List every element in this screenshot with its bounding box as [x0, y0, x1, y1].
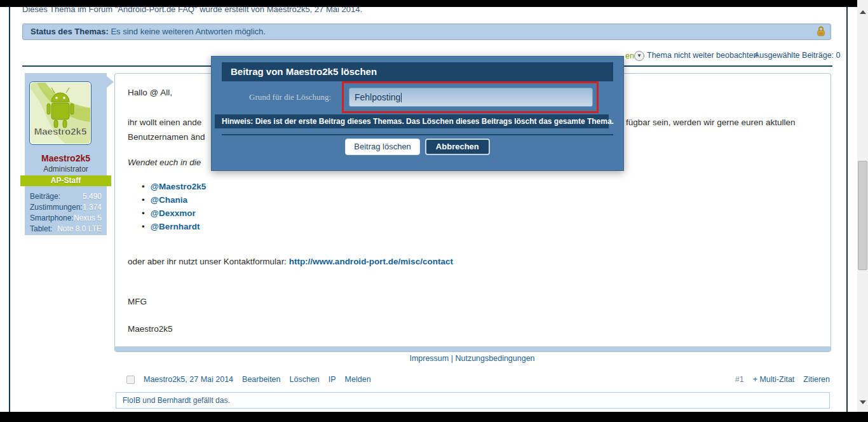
- likes-bar: FloIB und Bernhardt gefällt das.: [116, 392, 830, 409]
- ip-link[interactable]: IP: [329, 375, 336, 384]
- post-checkbox[interactable]: [126, 376, 135, 384]
- page-right-border: [846, 7, 848, 412]
- delete-post-dialog: Beitrag von Maestro2k5 löschen Grund für…: [211, 56, 624, 171]
- post-paragraph-right: fügbar sein, werden wir gerne euren aktu…: [626, 118, 795, 127]
- mention-row: •@Bernhardt: [142, 220, 206, 233]
- chevron-down-icon[interactable]: ▼: [634, 51, 644, 61]
- message-arrow: [107, 76, 114, 88]
- scroll-up-arrow-icon[interactable]: [860, 10, 866, 14]
- post-signoff: MFG: [128, 297, 147, 306]
- bullet: •: [142, 182, 145, 191]
- contact-line: oder aber ihr nutzt unser Kontaktformula…: [128, 257, 453, 266]
- reason-value: Fehlposting: [355, 92, 400, 102]
- dialog-hint: Hinweis: Dies ist der erste Beitrag dies…: [215, 114, 609, 128]
- post-controls-right: #1 + Multi-Zitat Zitieren: [661, 375, 830, 384]
- stat-label: Zustimmungen:: [30, 202, 83, 213]
- mention-link[interactable]: @Bernhardt: [151, 222, 200, 231]
- status-text: Es sind keine weiteren Antworten möglich…: [109, 27, 266, 36]
- avatar[interactable]: Maestro2k5: [29, 81, 92, 145]
- username-link[interactable]: Maestro2k5: [25, 153, 107, 163]
- status-label: Status des Themas:: [31, 27, 109, 36]
- mention-row: •@Chania: [142, 193, 206, 207]
- stat-value: 5.490: [83, 191, 102, 202]
- mention-link[interactable]: @Dexxmor: [151, 208, 196, 218]
- reason-label: Grund für die Löschung:: [212, 92, 331, 102]
- bullet: •: [142, 195, 145, 205]
- contact-link[interactable]: http://www.android-port.de/misc/contact: [289, 257, 453, 266]
- text-cursor: [401, 93, 402, 102]
- contact-text: oder aber ihr nutzt unser Kontaktformula…: [128, 257, 289, 266]
- bottom-black-bar: [0, 412, 868, 422]
- page-footer: Impressum | Nutzungsbedingungen: [114, 354, 830, 363]
- stat-value: Nexus 5: [74, 213, 102, 224]
- user-stats: Beiträge:5.490 Zustimmungen:1.374 Smartp…: [25, 191, 107, 235]
- scroll-down-arrow-icon[interactable]: [860, 400, 866, 404]
- post-number[interactable]: #1: [735, 375, 744, 384]
- quote-link[interactable]: Zitieren: [803, 375, 830, 384]
- stat-label: Tablet:: [30, 224, 52, 235]
- scrollbar-thumb[interactable]: [858, 161, 867, 270]
- report-link[interactable]: Melden: [345, 375, 371, 384]
- post-controls: Maestro2k5, 27 Mai 2014 Bearbeiten Lösch…: [126, 375, 371, 384]
- author-date-link[interactable]: Maestro2k5, 27 Mai 2014: [144, 375, 233, 384]
- delete-link[interactable]: Löschen: [290, 375, 320, 384]
- post-signature: Maestro2k5: [128, 324, 173, 334]
- post-paragraph-line2: Benutzernamen änd: [128, 132, 205, 142]
- edit-link[interactable]: Bearbeiten: [242, 375, 280, 384]
- stat-value: 1.374: [83, 202, 102, 213]
- stat-label: Smartphone:: [30, 213, 74, 224]
- mention-list: •@Maestro2k5 •@Chania •@Dexxmor •@Bernha…: [142, 180, 206, 233]
- multi-quote-link[interactable]: + Multi-Zitat: [753, 375, 795, 384]
- unwatch-thread-link[interactable]: Thema nicht weiter beobachten: [647, 51, 757, 60]
- liker-link[interactable]: Bernhardt: [158, 396, 191, 405]
- stat-label: Beiträge:: [30, 191, 60, 202]
- user-banner: AP-Staff: [20, 175, 111, 186]
- dialog-separator: [222, 134, 613, 135]
- likes-text: gefällt das.: [191, 396, 229, 405]
- dialog-buttons: Beitrag löschen Abbrechen: [212, 139, 623, 155]
- delete-post-button[interactable]: Beitrag löschen: [345, 139, 420, 155]
- partial-link-fragment[interactable]: en: [625, 51, 634, 60]
- forum-page: { "page": { "top_info": "Dieses Thema im…: [0, 0, 868, 422]
- selected-posts-counter[interactable]: Ausgewählte Beiträge: 0: [754, 51, 841, 60]
- post-italic-line: Wendet euch in die: [128, 158, 201, 167]
- page-left-border: [9, 7, 10, 412]
- stat-row: Smartphone:Nexus 5: [25, 213, 107, 224]
- reason-input[interactable]: Fehlposting: [349, 88, 593, 107]
- mention-row: •@Maestro2k5: [142, 180, 206, 193]
- stat-value: Note 8.0 LTE: [57, 224, 102, 235]
- stat-row: Zustimmungen:1.374: [25, 202, 107, 213]
- impressum-link[interactable]: Impressum: [409, 354, 449, 363]
- stat-row: Tablet:Note 8.0 LTE: [25, 224, 107, 235]
- svg-text:Maestro2k5: Maestro2k5: [34, 126, 87, 137]
- user-role: Administrator: [25, 165, 107, 174]
- bullet: •: [142, 208, 145, 218]
- footer-separator: |: [451, 354, 453, 363]
- post-paragraph-left: ihr wollt einen ande: [128, 118, 201, 127]
- mention-row: •@Dexxmor: [142, 207, 206, 220]
- mention-link[interactable]: @Chania: [151, 195, 187, 205]
- message-footer-strip: [115, 346, 831, 351]
- vertical-scrollbar[interactable]: [857, 0, 868, 412]
- mention-link[interactable]: @Maestro2k5: [151, 182, 206, 191]
- terms-link[interactable]: Nutzungsbedingungen: [455, 354, 534, 363]
- lock-icon: [817, 26, 825, 42]
- bullet: •: [142, 222, 145, 231]
- post-greeting: Hallo @ All,: [128, 88, 172, 97]
- likes-text: und: [140, 396, 158, 405]
- liker-link[interactable]: FloIB: [123, 396, 140, 405]
- thread-status-bar: Status des Themas: Es sind keine weitere…: [22, 24, 831, 40]
- dialog-title: Beitrag von Maestro2k5 löschen: [222, 62, 613, 81]
- stat-row: Beiträge:5.490: [25, 191, 107, 202]
- cancel-button[interactable]: Abbrechen: [425, 139, 490, 155]
- top-black-bar: [0, 0, 857, 7]
